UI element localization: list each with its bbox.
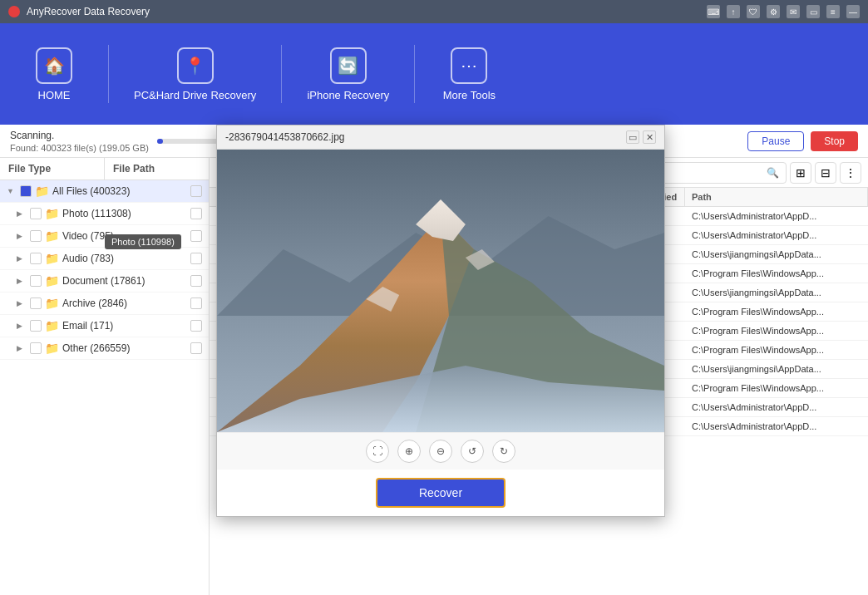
window-controls[interactable]: ⌨ ↑ 🛡 ⚙ ✉ ▭ ≡ — [707,5,860,18]
sidebar-item-other[interactable]: ▶ 📁 Other (266559) [0,337,209,360]
photo-row-checkbox[interactable] [190,208,202,219]
archive-folder-icon: 📁 [45,297,59,310]
document-row-checkbox[interactable] [190,275,202,287]
all-files-label: All Files (400323) [52,185,187,197]
rotate-right-button[interactable]: ↻ [492,440,515,463]
modal-maximize-button[interactable]: ▭ [626,130,639,144]
sidebar-item-document[interactable]: ▶ 📁 Document (17861) [0,270,209,293]
audio-folder-icon: 📁 [45,252,59,265]
sidebar-item-email[interactable]: ▶ 📁 Email (171) [0,315,209,337]
file-path: C:\Users\Administrator\AppD... [685,399,868,416]
scan-buttons: Pause Stop [747,131,858,151]
photo-label: Photo (111308) [62,208,187,219]
other-folder-icon: 📁 [45,342,59,355]
zoom-out-button[interactable]: ⊖ [429,440,452,463]
file-path: C:\Program Files\WindowsApp... [685,265,868,282]
sidebar: File Type File Path ▼ 📁 All Files (40032… [0,158,210,595]
scan-status: Scanning. [10,130,149,141]
file-path: C:\Program Files\WindowsApp... [685,303,868,320]
settings-icon[interactable]: ⚙ [767,5,780,18]
all-files-folder-icon: 📁 [35,184,49,198]
photo-tooltip: Photo (110998) [105,234,181,249]
photo-expand-arrow: ▶ [17,209,27,218]
all-files-checkbox[interactable] [20,185,32,197]
window-icon[interactable]: ▭ [806,5,820,18]
pause-button[interactable]: Pause [747,131,804,151]
file-path: C:\Program Files\WindowsApp... [685,342,868,358]
pc-recovery-icon: 📍 [177,47,214,84]
home-icon: 🏠 [36,47,72,84]
sidebar-item-photo[interactable]: ▶ 📁 Photo (111308) [0,203,209,225]
expand-arrow: ▼ [7,187,17,195]
document-folder-icon: 📁 [45,274,59,288]
grid-view-button[interactable]: ⊟ [815,162,836,184]
photo-folder-icon: 📁 [45,207,59,220]
video-folder-icon: 📁 [45,229,59,243]
video-row-checkbox[interactable] [190,230,202,242]
search-icon: 🔍 [767,167,779,179]
email-checkbox[interactable] [30,320,42,332]
photo-checkbox[interactable] [30,208,42,219]
nav-more-tools[interactable]: ⋯ More Tools [415,39,523,110]
fullscreen-button[interactable]: ⛶ [366,440,389,463]
filter-button[interactable]: ⊞ [790,162,811,184]
more-options-button[interactable]: ⋮ [840,162,861,184]
sidebar-col-filepath: File Path [105,158,209,179]
file-path: C:\Users\jiangmingsi\AppData... [685,361,868,377]
file-path: C:\Users\jiangmingsi\AppData... [685,246,868,263]
sidebar-item-audio[interactable]: ▶ 📁 Audio (783) [0,248,209,270]
file-path: C:\Users\Administrator\AppD... [685,418,868,435]
audio-row-checkbox[interactable] [190,253,202,264]
email-expand-arrow: ▶ [17,322,27,330]
archive-checkbox[interactable] [30,298,42,309]
email-folder-icon: 📁 [45,319,59,332]
modal-titlebar[interactable]: -283679041453870662.jpg ▭ ✕ [217,125,664,150]
audio-checkbox[interactable] [30,253,42,264]
shield-icon[interactable]: 🛡 [747,5,760,18]
video-checkbox[interactable] [30,230,42,242]
modal-close-button[interactable]: ✕ [643,130,656,144]
all-files-row-checkbox[interactable] [190,185,202,197]
rotate-left-button[interactable]: ↺ [461,440,484,463]
nav-iphone-label: iPhone Recovery [307,89,389,101]
audio-label: Audio (783) [62,253,187,264]
sidebar-item-all-files[interactable]: ▼ 📁 All Files (400323) [0,180,209,203]
document-label: Document (17861) [62,275,187,287]
nav-pc-recovery[interactable]: 📍 PC&Hard Drive Recovery [109,39,281,110]
zoom-in-button[interactable]: ⊕ [397,440,421,463]
title-bar: AnyRecover Data Recovery ⌨ ↑ 🛡 ⚙ ✉ ▭ ≡ — [0,0,868,23]
more-tools-icon: ⋯ [451,47,487,84]
email-row-checkbox[interactable] [190,320,202,332]
email-label: Email (171) [62,320,187,332]
discord-icon[interactable]: ⌨ [707,5,720,18]
file-path: C:\Users\Administrator\AppD... [685,227,868,243]
share-icon[interactable]: ↑ [727,5,740,18]
modal-title: -283679041453870662.jpg [225,131,623,143]
nav-bar: 🏠 HOME 📍 PC&Hard Drive Recovery 🔄 iPhone… [0,23,868,125]
other-checkbox[interactable] [30,342,42,354]
close-icon[interactable]: — [846,5,860,18]
nav-iphone-recovery[interactable]: 🔄 iPhone Recovery [282,39,414,110]
modal-recover-button[interactable]: Recover [376,478,506,508]
video-expand-arrow: ▶ [17,232,27,240]
file-path: C:\Program Files\WindowsApp... [685,322,868,339]
archive-row-checkbox[interactable] [190,298,202,309]
other-row-checkbox[interactable] [190,342,202,354]
other-expand-arrow: ▶ [17,344,27,352]
document-expand-arrow: ▶ [17,277,27,285]
header-path: Path [685,188,868,206]
iphone-recovery-icon: 🔄 [330,47,367,84]
scan-found: Found: 400323 file(s) (199.05 GB) [10,143,149,153]
nav-home[interactable]: 🏠 HOME [0,39,108,110]
audio-expand-arrow: ▶ [17,254,27,263]
progress-bar-fill [157,139,163,144]
nav-more-tools-label: More Tools [443,89,496,101]
archive-label: Archive (2846) [62,298,187,309]
menu-icon[interactable]: ≡ [826,5,840,18]
file-path: C:\Users\Administrator\AppD... [685,208,868,224]
app-title: AnyRecover Data Recovery [27,6,700,17]
sidebar-item-archive[interactable]: ▶ 📁 Archive (2846) [0,293,209,315]
stop-button[interactable]: Stop [811,131,858,151]
document-checkbox[interactable] [30,275,42,287]
mail-icon[interactable]: ✉ [787,5,800,18]
